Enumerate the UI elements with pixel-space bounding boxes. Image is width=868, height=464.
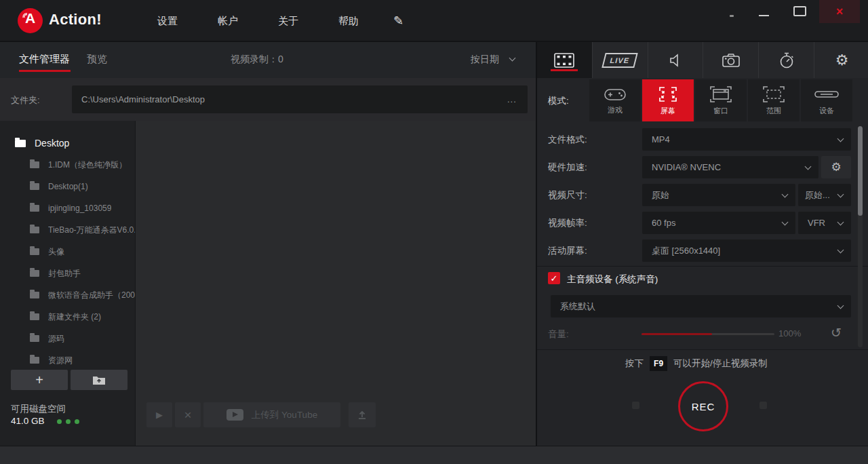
- video-size-aspect-dropdown[interactable]: 原始...: [798, 184, 851, 206]
- folder-icon: [30, 161, 39, 168]
- tree-item-label: 源码: [48, 333, 64, 345]
- open-folder-button[interactable]: [71, 370, 127, 390]
- tab-preview[interactable]: 预览: [87, 53, 107, 66]
- tree-item[interactable]: 资源网: [0, 349, 136, 371]
- hotkey-prefix: 按下: [625, 357, 644, 370]
- tree-item[interactable]: ipjingling_103059: [0, 197, 136, 219]
- sort-by-dropdown[interactable]: 按日期: [471, 54, 499, 66]
- video-size-value: 原始: [652, 189, 669, 201]
- tray-minimize-button[interactable]: [730, 15, 734, 17]
- minimize-button[interactable]: [759, 15, 769, 16]
- chevron-down-icon: [782, 191, 789, 198]
- tab-screenshots[interactable]: [703, 42, 759, 78]
- mode-label: 模式:: [548, 95, 569, 107]
- tree-item-desktop-root[interactable]: Desktop: [0, 132, 136, 154]
- plus-icon: +: [35, 373, 43, 387]
- mode-window-button[interactable]: 窗口: [695, 79, 747, 121]
- maximize-button[interactable]: [793, 6, 806, 16]
- close-button[interactable]: ×: [819, 0, 860, 23]
- record-button[interactable]: REC: [678, 381, 728, 431]
- chevron-down-icon[interactable]: [509, 55, 516, 62]
- recordings-list-area: [136, 121, 536, 446]
- capture-settings-panel: LIVE: [536, 42, 868, 446]
- mode-device-button[interactable]: 设备: [801, 79, 852, 121]
- tab-benchmark-timer[interactable]: [759, 42, 814, 78]
- tree-item-label: 微软语音合成助手（200...: [48, 290, 136, 301]
- menu-help[interactable]: 帮助: [338, 15, 359, 28]
- folder-icon: [30, 292, 39, 298]
- video-size-dropdown[interactable]: 原始: [642, 184, 795, 206]
- active-tab-underline: [19, 70, 71, 72]
- tree-item[interactable]: 封包助手: [0, 263, 136, 284]
- gear-icon: ⚙: [831, 160, 841, 174]
- file-format-label: 文件格式:: [548, 134, 587, 146]
- mode-screen-button[interactable]: 屏幕: [642, 79, 694, 121]
- fullscreen-arrows-icon: [657, 85, 679, 103]
- file-format-value: MP4: [652, 134, 670, 144]
- menu-about[interactable]: 关于: [278, 15, 298, 28]
- browse-folder-button[interactable]: ...: [507, 94, 517, 104]
- tab-live-streaming[interactable]: LIVE: [593, 42, 648, 78]
- speaker-icon: [667, 52, 684, 69]
- check-icon: ✓: [551, 273, 558, 284]
- tree-item[interactable]: 新建文件夹 (2): [0, 306, 136, 328]
- mode-region-button[interactable]: 范围: [748, 79, 800, 121]
- tree-item[interactable]: 1.IDM（绿色纯净版）: [0, 154, 136, 176]
- fps-dropdown[interactable]: 60 fps: [642, 212, 795, 234]
- tab-audio-recording[interactable]: [648, 42, 704, 78]
- active-screen-dropdown[interactable]: 桌面 [2560x1440]: [642, 239, 851, 262]
- hw-accel-settings-button[interactable]: ⚙: [821, 156, 851, 178]
- tab-video-recording[interactable]: [537, 42, 593, 78]
- play-icon: ▶: [156, 410, 163, 420]
- file-format-dropdown[interactable]: MP4: [642, 128, 851, 151]
- tab-file-manager[interactable]: 文件管理器: [19, 53, 70, 66]
- menu-settings[interactable]: 设置: [157, 15, 178, 28]
- delete-recording-button[interactable]: ×: [175, 402, 201, 427]
- chevron-down-icon: [782, 219, 789, 226]
- mode-game-label: 游戏: [608, 105, 623, 115]
- hw-accel-dropdown[interactable]: NVIDIA® NVENC: [642, 156, 818, 178]
- window-icon: [709, 85, 732, 103]
- folder-path-row: 文件夹: ...: [0, 78, 536, 121]
- tree-item[interactable]: 头像: [0, 241, 136, 263]
- volume-slider[interactable]: [642, 333, 774, 335]
- add-folder-button[interactable]: +: [11, 370, 68, 390]
- audio-device-checkbox[interactable]: ✓: [548, 272, 560, 284]
- play-recording-button[interactable]: ▶: [146, 402, 172, 427]
- action-logo-icon: A: [18, 8, 43, 33]
- settings-scrollbar-track[interactable]: [858, 126, 863, 347]
- main-menu: 设置 帐户 关于 帮助: [157, 0, 359, 42]
- disk-space-indicator: [57, 419, 79, 424]
- mode-game-button[interactable]: 游戏: [589, 79, 641, 121]
- folder-icon: [30, 335, 39, 342]
- folder-icon: [30, 270, 39, 277]
- video-size-aspect-value: 原始...: [805, 189, 830, 201]
- fps-mode-value: VFR: [808, 218, 825, 228]
- hotkey-hint: 按下 F9 可以开始/停止视频录制: [537, 356, 856, 371]
- volume-slider-fill: [642, 333, 712, 335]
- tree-item-label: 新建文件夹 (2): [48, 311, 101, 323]
- folder-path-input[interactable]: [72, 85, 528, 113]
- settings-scrollbar-thumb[interactable]: [858, 126, 863, 216]
- tree-item-label: Desktop(1): [48, 182, 88, 191]
- disk-space-label: 可用磁盘空间: [11, 403, 66, 415]
- action-app-window: A Action! 设置 帐户 关于 帮助 ✎ × 文件管理器 预览 视频录制：…: [0, 0, 868, 464]
- fps-mode-dropdown[interactable]: VFR: [798, 212, 851, 234]
- upload-to-youtube-button[interactable]: 上传到 YouTube: [203, 402, 340, 427]
- capture-tabs: LIVE: [537, 42, 868, 78]
- pen-tool-icon[interactable]: ✎: [393, 14, 403, 28]
- tree-item[interactable]: TieBao-万能通杀器V6.0...: [0, 219, 136, 241]
- export-recording-button[interactable]: [349, 402, 376, 427]
- tree-item[interactable]: Desktop(1): [0, 176, 136, 197]
- green-dot-icon: [57, 419, 62, 424]
- faint-right-icon: [760, 402, 767, 409]
- menu-account[interactable]: 帐户: [218, 15, 238, 28]
- section-divider: [537, 349, 868, 350]
- tab-settings[interactable]: ⚙: [814, 42, 868, 78]
- tree-item[interactable]: 源码: [0, 328, 136, 349]
- volume-reset-icon[interactable]: ↺: [831, 325, 842, 341]
- audio-device-dropdown[interactable]: 系统默认: [551, 295, 851, 317]
- live-icon: LIVE: [601, 53, 637, 68]
- rec-label: REC: [692, 401, 715, 412]
- tree-item[interactable]: 微软语音合成助手（200...: [0, 284, 136, 306]
